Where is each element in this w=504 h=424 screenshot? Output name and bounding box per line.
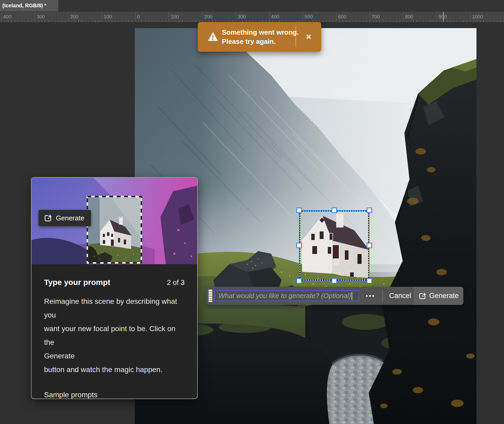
ruler-label: 0 xyxy=(137,14,140,20)
selection-marching-ants-dashes xyxy=(299,211,369,280)
ruler-label: 300 xyxy=(37,14,45,20)
contextual-taskbar: What would you like to generate? (Option… xyxy=(206,287,463,305)
ruler-major-tick xyxy=(403,12,403,22)
ruler-major-tick xyxy=(169,12,169,22)
tutorial-title: Type your prompt xyxy=(44,278,110,287)
ruler-major-tick xyxy=(470,12,470,22)
toast-message-line2: Please try again. xyxy=(222,37,299,46)
generate-button[interactable]: Generate xyxy=(414,287,463,305)
generate-button-label: Generate xyxy=(429,292,459,300)
ruler-label: 300 xyxy=(238,14,246,20)
more-options-button[interactable]: ••• xyxy=(361,287,380,305)
ruler-major-tick xyxy=(102,12,102,22)
drag-handle-dash xyxy=(208,292,212,293)
tutorial-generate-chip: Generate xyxy=(39,210,91,226)
drag-handle-dash xyxy=(208,297,212,298)
sample-prompts-heading: Sample prompts xyxy=(44,391,185,399)
selection-handle[interactable] xyxy=(296,208,302,213)
selection-handle[interactable] xyxy=(296,278,302,284)
selection-handle[interactable] xyxy=(367,208,372,213)
warning-icon xyxy=(208,32,218,41)
taskbar-drag-handle[interactable] xyxy=(208,290,213,302)
tutorial-step-counter: 2 of 3 xyxy=(167,279,185,287)
prompt-input[interactable]: What would you like to generate? (Option… xyxy=(215,290,359,301)
drag-handle-dash xyxy=(208,301,212,302)
tutorial-description: Reimagine this scene by describing what … xyxy=(44,295,185,377)
drag-handle-dash xyxy=(208,299,212,300)
ruler-label: 200 xyxy=(70,14,78,20)
tutorial-description-line: Reimagine this scene by describing what … xyxy=(44,295,185,322)
tutorial-body: Type your prompt 2 of 3 Reimagine this s… xyxy=(31,264,197,399)
document-tab[interactable]: (Iceland, RGB/8) * xyxy=(0,0,58,11)
ruler-major-tick xyxy=(68,12,68,22)
tutorial-popup: Generate Type your prompt 2 of 3 Reimagi… xyxy=(31,177,198,399)
selection-handle[interactable] xyxy=(367,278,372,284)
ruler-major-tick xyxy=(269,12,270,22)
ruler-label: 200 xyxy=(204,14,212,20)
ruler-major-tick xyxy=(370,12,370,22)
error-toast: Something went wrong. Please try again. … xyxy=(198,22,321,52)
ruler-major-tick xyxy=(135,12,136,22)
ruler-major-tick xyxy=(1,12,2,22)
selection-bounding-box[interactable] xyxy=(299,211,369,280)
ruler-major-tick xyxy=(35,12,35,22)
photoshop-window: (Iceland, RGB/8) * 400300200100010020030… xyxy=(0,0,504,424)
ruler-major-tick xyxy=(437,12,437,22)
toast-close-button[interactable]: ✕ xyxy=(303,31,315,43)
ruler-label: 800 xyxy=(405,14,413,20)
ruler-label: 500 xyxy=(304,14,313,20)
ruler-label: 100 xyxy=(104,14,112,20)
ruler-label: 1000 xyxy=(472,14,483,20)
ruler-label: 700 xyxy=(372,14,380,20)
drag-handle-dash xyxy=(208,290,212,291)
generate-sparkle-icon xyxy=(44,214,52,222)
prompt-placeholder: What would you like to generate? (Option… xyxy=(218,292,351,300)
ruler-label: 400 xyxy=(271,14,280,20)
selection-handle[interactable] xyxy=(331,208,337,213)
generate-sparkle-icon xyxy=(419,292,426,300)
selection-handle[interactable] xyxy=(367,243,372,248)
tab-strip: (Iceland, RGB/8) * xyxy=(0,0,504,11)
horizontal-ruler[interactable]: 4003002001000100200300400500600700800900… xyxy=(0,11,504,22)
tutorial-illustration: Generate xyxy=(31,178,197,264)
drag-handle-dash xyxy=(208,293,212,295)
selection-handle[interactable] xyxy=(296,243,302,248)
tutorial-description-line: button and watch the magic happen. xyxy=(44,363,185,377)
cancel-button[interactable]: Cancel xyxy=(388,287,412,305)
toast-message-line1: Something went wrong. xyxy=(222,28,299,37)
ruler-label: 100 xyxy=(171,14,179,20)
ruler-major-tick xyxy=(336,12,336,22)
ruler-label: 400 xyxy=(3,14,12,20)
ruler-label: 900 xyxy=(438,14,447,20)
text-caret xyxy=(352,292,352,300)
toast-divider xyxy=(296,27,296,47)
tutorial-description-line: want your new focal point to be. Click o… xyxy=(44,322,185,349)
ruler-major-tick xyxy=(236,12,236,22)
ruler-major-tick xyxy=(303,12,303,22)
tutorial-description-line: Generate xyxy=(44,349,185,363)
taskbar-divider xyxy=(382,290,383,301)
drag-handle-dash xyxy=(208,295,212,296)
selection-handle[interactable] xyxy=(331,278,337,284)
ruler-major-tick xyxy=(202,12,202,22)
ruler-label: 600 xyxy=(338,14,346,20)
tutorial-generate-chip-label: Generate xyxy=(56,214,84,222)
